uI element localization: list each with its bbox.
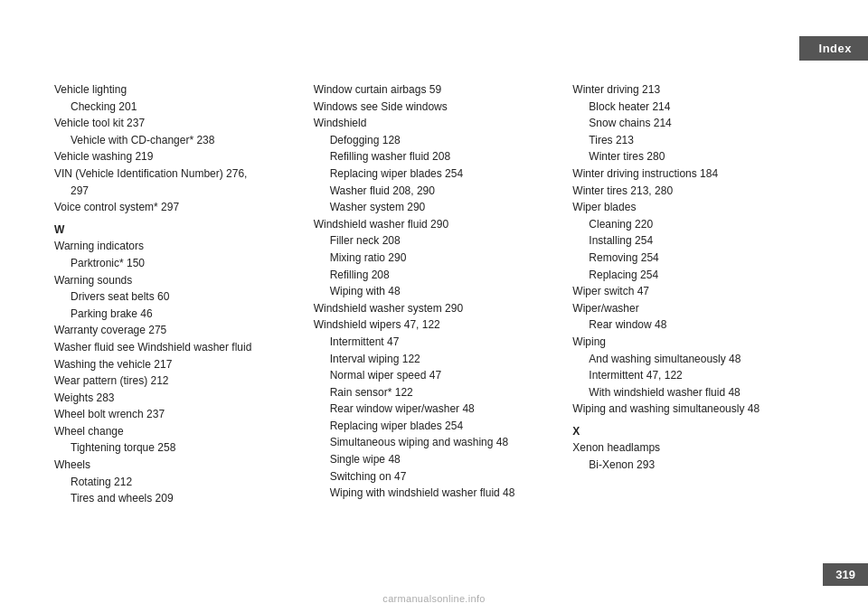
index-entry: Windshield [314, 115, 555, 132]
index-entry: Windshield washer fluid 290 [314, 216, 555, 233]
index-entry: Snow chains 214 [572, 115, 814, 132]
index-entry: Rotating 212 [54, 474, 296, 491]
index-entry: Simultaneous wiping and washing 48 [314, 434, 555, 451]
index-entry: Winter driving instructions 184 [572, 165, 814, 183]
index-entry: Windows see Side windows [314, 99, 555, 116]
index-banner: Index [799, 36, 868, 61]
index-entry: Tires 213 [572, 132, 814, 149]
index-entry: Installing 254 [572, 232, 814, 250]
index-entry: Rear window 48 [572, 316, 814, 334]
content-area: Vehicle lightingChecking 201Vehicle tool… [54, 81, 814, 559]
index-entry: Interval wiping 122 [314, 351, 555, 368]
index-entry: Replacing wiper blades 254 [314, 418, 555, 435]
index-entry: Wear pattern (tires) 212 [54, 373, 296, 390]
index-entry: Weights 283 [54, 390, 296, 407]
index-entry: Replacing wiper blades 254 [314, 165, 555, 183]
index-entry: Wiper/washer [572, 300, 814, 317]
index-entry: Drivers seat belts 60 [54, 288, 296, 306]
index-entry: Tightening torque 258 [54, 439, 296, 457]
index-entry: Refilling 208 [314, 267, 555, 284]
index-entry: Parking brake 46 [54, 306, 296, 323]
index-entry: Intermittent 47 [314, 334, 555, 351]
index-entry: Wheel bolt wrench 237 [54, 406, 296, 423]
index-label: Index [819, 42, 852, 55]
page-number: 319 [823, 563, 868, 586]
index-entry: Windshield wipers 47, 122 [314, 316, 555, 334]
index-entry: Defogging 128 [314, 132, 555, 149]
index-entry: Winter tires 213, 280 [572, 183, 814, 200]
index-entry: Switching on 47 [314, 468, 555, 486]
index-entry: Rear window wiper/washer 48 [314, 401, 555, 418]
index-entry: Intermittent 47, 122 [572, 367, 814, 384]
index-entry: Washer fluid see Windshield washer fluid [54, 339, 296, 356]
index-entry: Window curtain airbags 59 [314, 81, 555, 99]
index-entry: Replacing 254 [572, 267, 814, 284]
index-entry: Warning sounds [54, 272, 296, 289]
index-entry: And washing simultaneously 48 [572, 351, 814, 368]
index-entry: Vehicle lighting [54, 81, 296, 99]
index-entry: Wiping and washing simultaneously 48 [572, 401, 814, 418]
index-entry: Normal wiper speed 47 [314, 367, 555, 384]
index-entry: Checking 201 [54, 99, 296, 116]
index-entry: W [54, 222, 296, 239]
index-entry: Winter driving 213 [572, 81, 814, 99]
index-entry: Wiping with windshield washer fluid 48 [314, 485, 555, 502]
index-entry: Washer system 290 [314, 199, 555, 216]
index-entry: Wiping with 48 [314, 283, 555, 300]
index-entry: Single wipe 48 [314, 451, 555, 468]
index-entry: Winter tires 280 [572, 148, 814, 165]
index-entry: Wiper switch 47 [572, 283, 814, 300]
index-entry: Cleaning 220 [572, 216, 814, 233]
index-entry: Filler neck 208 [314, 232, 555, 250]
index-entry: Mixing ratio 290 [314, 250, 555, 267]
column-col2: Window curtain airbags 59Windows see Sid… [314, 81, 573, 559]
index-entry: Vehicle with CD-changer* 238 [54, 132, 296, 149]
index-entry: Wiping [572, 334, 814, 351]
index-entry: 297 [54, 183, 296, 200]
index-entry: Removing 254 [572, 250, 814, 267]
index-entry: Windshield washer system 290 [314, 300, 555, 317]
index-entry: X [572, 423, 814, 440]
index-entry: Rain sensor* 122 [314, 384, 555, 401]
index-entry: Vehicle tool kit 237 [54, 115, 296, 132]
watermark: carmanualsonline.info [382, 593, 485, 604]
index-entry: Wheel change [54, 423, 296, 440]
index-entry: Washer fluid 208, 290 [314, 183, 555, 200]
index-entry: Block heater 214 [572, 99, 814, 116]
index-entry: VIN (Vehicle Identification Number) 276, [54, 165, 296, 183]
column-col3: Winter driving 213Block heater 214Snow c… [572, 81, 814, 559]
index-entry: Warning indicators [54, 238, 296, 255]
index-entry: Bi-Xenon 293 [572, 457, 814, 474]
index-entry: Vehicle washing 219 [54, 148, 296, 165]
index-entry: Xenon headlamps [572, 439, 814, 457]
index-entry: Wiper blades [572, 199, 814, 216]
index-entry: Washing the vehicle 217 [54, 356, 296, 373]
index-entry: Tires and wheels 209 [54, 490, 296, 507]
index-entry: With windshield washer fluid 48 [572, 384, 814, 401]
index-entry: Parktronic* 150 [54, 255, 296, 272]
page-container: Index Vehicle lightingChecking 201Vehicl… [0, 0, 868, 613]
index-entry: Refilling washer fluid 208 [314, 148, 555, 165]
index-entry: Warranty coverage 275 [54, 322, 296, 339]
index-entry: Voice control system* 297 [54, 199, 296, 216]
index-entry: Wheels [54, 457, 296, 474]
column-col1: Vehicle lightingChecking 201Vehicle tool… [54, 81, 314, 559]
